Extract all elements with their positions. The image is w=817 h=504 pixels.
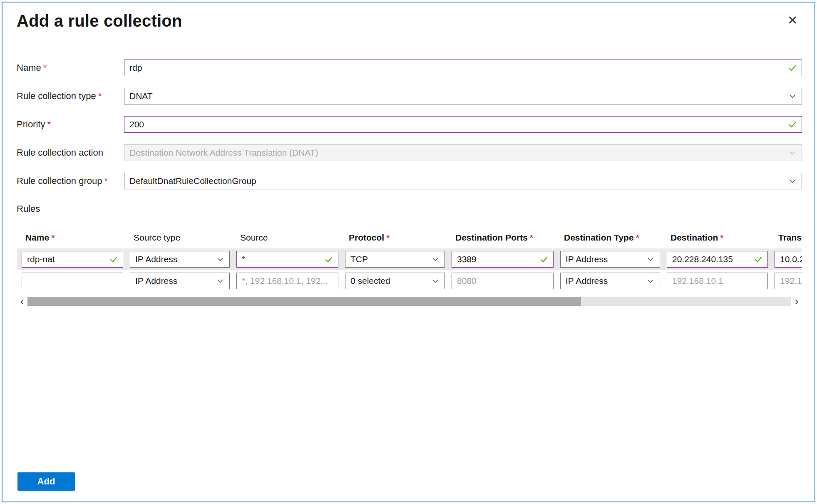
scroll-left-icon[interactable]: ‹ (17, 296, 27, 307)
required-asterisk: * (386, 233, 390, 242)
column-label: Source type (134, 233, 180, 242)
column-label: Destination (670, 233, 718, 242)
required-asterisk: * (104, 176, 108, 186)
label-text: Rule collection group (17, 176, 102, 186)
priority-field-label: Priority* (17, 119, 124, 130)
rule-collection-type-select[interactable]: DNAT (124, 88, 802, 104)
chevron-down-icon (431, 255, 440, 263)
destination-ports-cell (452, 251, 554, 268)
select-value: Destination Network Address Translation … (129, 148, 318, 158)
rules-table: Name* Source type Source Protocol* Desti… (17, 233, 802, 307)
required-asterisk: * (47, 119, 51, 129)
required-asterisk: * (51, 233, 55, 242)
horizontal-scrollbar[interactable]: ‹ › (17, 296, 802, 307)
destination-ports-input[interactable] (452, 273, 554, 289)
destination-cell (667, 273, 768, 289)
destination-input[interactable] (667, 251, 768, 268)
destination-ports-input[interactable] (452, 251, 554, 268)
rule-name-input[interactable] (22, 251, 123, 268)
destination-cell (667, 251, 768, 268)
form-row-rule-collection-group: Rule collection group* DefaultDnatRuleCo… (17, 173, 802, 189)
add-rule-collection-dialog: Add a rule collection ✕ Name* Rule colle… (2, 2, 815, 502)
destination-type-cell: IP Address (560, 273, 660, 289)
rule-name-input[interactable] (22, 273, 123, 289)
column-header-name: Name* (22, 233, 123, 243)
source-input[interactable] (236, 251, 338, 268)
select-value: 0 selected (350, 276, 390, 286)
rule-row: IP Address TCP IP Address (17, 248, 802, 270)
dialog-header: Add a rule collection ✕ (17, 12, 802, 30)
select-value: IP Address (566, 276, 608, 286)
protocol-select[interactable]: 0 selected (345, 273, 445, 289)
chevron-down-icon (788, 177, 797, 185)
close-icon[interactable]: ✕ (787, 14, 798, 27)
scrollbar-track[interactable] (27, 297, 791, 306)
destination-type-select[interactable]: IP Address (560, 251, 660, 268)
source-type-cell: IP Address (130, 273, 230, 289)
select-value: IP Address (566, 254, 608, 264)
form-row-name: Name* (17, 60, 802, 76)
source-cell (236, 251, 338, 268)
column-header-translated: Transla (775, 233, 802, 243)
rules-table-header: Name* Source type Source Protocol* Desti… (17, 233, 802, 243)
source-input[interactable] (236, 273, 338, 289)
required-asterisk: * (636, 233, 639, 242)
translated-input[interactable] (775, 251, 802, 268)
scroll-right-icon[interactable]: › (791, 296, 802, 307)
destination-ports-cell (452, 273, 554, 289)
column-label: Protocol (349, 233, 384, 242)
translated-cell (775, 251, 802, 268)
select-value: IP Address (135, 276, 177, 286)
label-text: Rule collection type (17, 91, 96, 101)
column-header-source: Source (236, 233, 338, 243)
rule-collection-action-label: Rule collection action (17, 147, 124, 158)
rule-collection-group-wrap: DefaultDnatRuleCollectionGroup (124, 173, 802, 189)
source-type-select[interactable]: IP Address (130, 273, 230, 289)
rule-collection-type-wrap: DNAT (124, 88, 802, 104)
destination-type-cell: IP Address (560, 251, 660, 268)
name-input-wrap (124, 60, 802, 76)
protocol-cell: TCP (345, 251, 445, 268)
chevron-down-icon (646, 255, 655, 263)
required-asterisk: * (98, 91, 102, 101)
priority-input[interactable] (124, 116, 802, 133)
chevron-down-icon (216, 277, 224, 285)
name-input[interactable] (124, 60, 802, 76)
source-cell (236, 273, 338, 289)
protocol-select[interactable]: TCP (345, 251, 445, 268)
translated-input[interactable] (775, 273, 802, 289)
chevron-down-icon (431, 277, 440, 285)
column-header-destination-ports: Destination Ports* (452, 233, 554, 243)
rule-name-cell (22, 251, 123, 268)
protocol-cell: 0 selected (345, 273, 445, 289)
scrollbar-thumb[interactable] (27, 297, 581, 306)
column-header-protocol: Protocol* (345, 233, 445, 243)
rule-collection-group-label: Rule collection group* (17, 176, 124, 186)
select-value: IP Address (135, 254, 177, 264)
select-value: DNAT (129, 91, 153, 101)
translated-cell (775, 273, 802, 289)
page-title: Add a rule collection (17, 12, 182, 30)
label-text: Rule collection action (17, 147, 103, 158)
rule-collection-group-select[interactable]: DefaultDnatRuleCollectionGroup (124, 173, 802, 189)
rule-name-cell (22, 273, 123, 289)
source-type-select[interactable]: IP Address (130, 251, 230, 268)
column-header-destination: Destination* (667, 233, 768, 243)
form-row-rule-collection-type: Rule collection type* DNAT (17, 88, 802, 104)
column-label: Source (240, 233, 268, 242)
column-header-destination-type: Destination Type* (560, 233, 660, 243)
column-label: Transla (778, 233, 802, 242)
destination-input[interactable] (667, 273, 768, 289)
rule-collection-form: Name* Rule collection type* DNAT Priorit… (17, 60, 802, 189)
column-label: Destination Type (564, 233, 634, 242)
source-type-cell: IP Address (130, 251, 230, 268)
required-asterisk: * (43, 62, 47, 73)
column-label: Destination Ports (455, 233, 528, 242)
destination-type-select[interactable]: IP Address (560, 273, 660, 289)
select-value: TCP (350, 254, 368, 264)
column-header-source-type: Source type (130, 233, 230, 243)
label-text: Priority (17, 119, 45, 129)
label-text: Name (17, 62, 41, 73)
name-field-label: Name* (17, 62, 124, 73)
add-button[interactable]: Add (17, 472, 75, 491)
